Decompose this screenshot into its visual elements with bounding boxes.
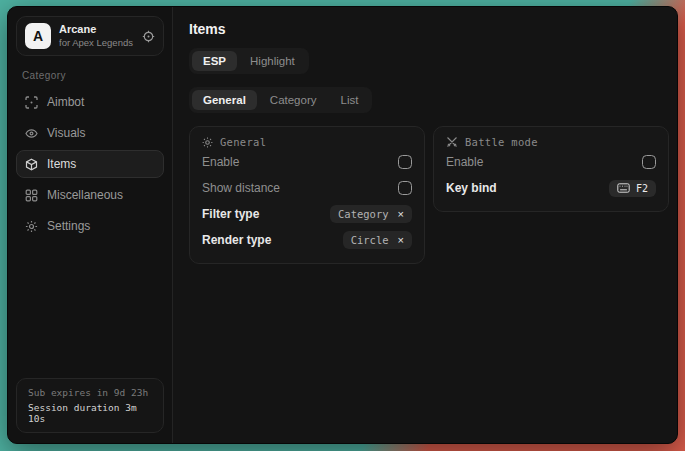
sidebar-category-label: Category xyxy=(22,70,164,81)
sidebar-item-label: Miscellaneous xyxy=(47,188,123,202)
settings-gear-icon xyxy=(25,220,38,233)
sub-expires-text: Sub expires in 9d 23h xyxy=(28,387,152,398)
mode-tab-group: ESP Highlight xyxy=(189,48,309,74)
tab-general[interactable]: General xyxy=(192,90,257,110)
setting-row-show-distance: Show distance xyxy=(202,176,412,200)
tab-esp[interactable]: ESP xyxy=(192,51,237,71)
general-panel-header: General xyxy=(202,136,412,148)
sun-icon xyxy=(202,137,213,148)
sidebar-item-miscellaneous[interactable]: Miscellaneous xyxy=(16,181,164,209)
brand-card: A Arcane for Apex Legends xyxy=(16,16,164,56)
setting-label: Render type xyxy=(202,233,271,247)
battle-mode-panel-title: Battle mode xyxy=(465,136,538,148)
subscription-info-card: Sub expires in 9d 23h Session duration 3… xyxy=(16,378,164,433)
setting-label: Enable xyxy=(446,155,483,169)
filter-type-dropdown[interactable]: Category × xyxy=(330,205,412,223)
panels-row: General Enable Show distance Filter type… xyxy=(189,126,669,264)
crosshair-icon[interactable] xyxy=(142,30,155,43)
battle-enable-checkbox[interactable] xyxy=(642,155,656,169)
tab-list[interactable]: List xyxy=(330,90,370,110)
sidebar-item-aimbot[interactable]: Aimbot xyxy=(16,88,164,116)
setting-label: Enable xyxy=(202,155,239,169)
sub-tab-group: General Category List xyxy=(189,87,372,113)
setting-label: Filter type xyxy=(202,207,259,221)
setting-row-enable: Enable xyxy=(202,150,412,174)
clear-icon[interactable]: × xyxy=(398,209,404,220)
battle-mode-panel: Battle mode Enable Key bind xyxy=(433,126,669,212)
setting-row-render-type: Render type Circle × xyxy=(202,228,412,252)
key-bind-value: F2 xyxy=(636,183,648,194)
app-logo: A xyxy=(25,23,51,49)
sidebar-item-settings[interactable]: Settings xyxy=(16,212,164,240)
session-duration-text: Session duration 3m 10s xyxy=(28,402,152,424)
visuals-eye-icon xyxy=(25,127,38,140)
sidebar-item-visuals[interactable]: Visuals xyxy=(16,119,164,147)
sidebar-item-label: Visuals xyxy=(47,126,85,140)
page-title: Items xyxy=(189,21,669,37)
sidebar-item-label: Aimbot xyxy=(47,95,84,109)
miscellaneous-grid-icon xyxy=(25,189,38,202)
general-panel: General Enable Show distance Filter type… xyxy=(189,126,425,264)
enable-checkbox[interactable] xyxy=(398,155,412,169)
setting-label: Show distance xyxy=(202,181,280,195)
main-content: Items ESP Highlight General Category Lis… xyxy=(173,7,678,443)
setting-label: Key bind xyxy=(446,181,497,195)
battle-mode-panel-header: Battle mode xyxy=(446,136,656,148)
crossed-swords-icon xyxy=(446,136,458,148)
sidebar-item-label: Items xyxy=(47,157,76,171)
general-panel-title: General xyxy=(220,136,266,148)
key-bind-button[interactable]: F2 xyxy=(609,180,656,197)
render-type-value: Circle xyxy=(351,234,389,246)
app-subtitle: for Apex Legends xyxy=(59,37,134,48)
setting-row-enable: Enable xyxy=(446,150,656,174)
clear-icon[interactable]: × xyxy=(398,235,404,246)
sidebar-item-items[interactable]: Items xyxy=(16,150,164,178)
tab-highlight[interactable]: Highlight xyxy=(239,51,306,71)
render-type-dropdown[interactable]: Circle × xyxy=(343,231,412,249)
tab-category[interactable]: Category xyxy=(259,90,328,110)
setting-row-key-bind: Key bind F2 xyxy=(446,176,656,200)
sidebar-item-label: Settings xyxy=(47,219,90,233)
keyboard-icon xyxy=(617,183,630,193)
filter-type-value: Category xyxy=(338,208,389,220)
setting-row-filter-type: Filter type Category × xyxy=(202,202,412,226)
app-window: A Arcane for Apex Legends Category xyxy=(7,6,678,444)
app-name: Arcane xyxy=(59,23,134,36)
aimbot-scan-icon xyxy=(25,96,38,109)
sidebar: A Arcane for Apex Legends Category xyxy=(8,7,173,443)
show-distance-checkbox[interactable] xyxy=(398,181,412,195)
items-box-icon xyxy=(25,158,38,171)
brand-text: Arcane for Apex Legends xyxy=(59,23,134,49)
